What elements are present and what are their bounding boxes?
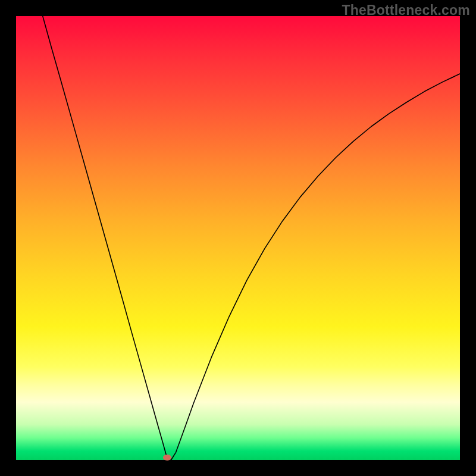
plot-area bbox=[16, 16, 460, 460]
data-curve bbox=[16, 16, 460, 460]
chart-container: TheBottleneck.com bbox=[0, 0, 476, 476]
watermark-text: TheBottleneck.com bbox=[342, 2, 470, 18]
